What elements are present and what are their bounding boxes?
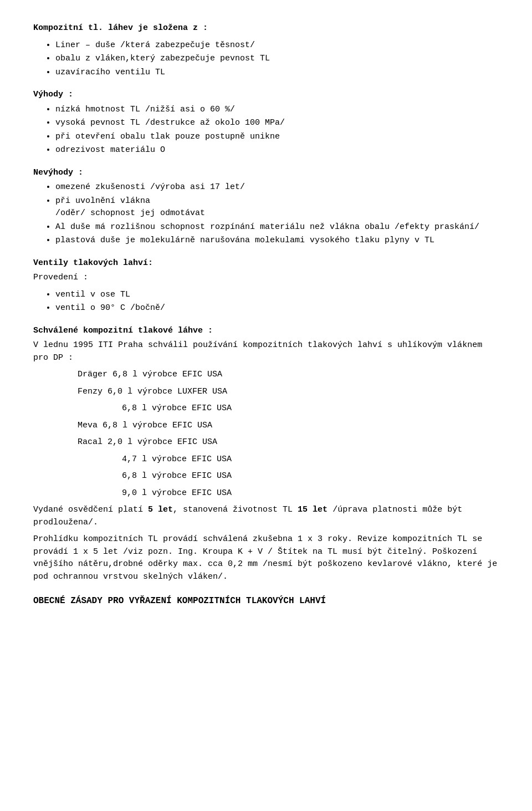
list-item: ventil v ose TL (55, 289, 499, 302)
list-item: Liner – duše /která zabezpečuje těsnost/ (55, 39, 499, 52)
list-item: omezené zkušenosti /výroba asi 17 let/ (55, 181, 499, 194)
list-item: plastová duše je molekulárně narušována … (55, 234, 499, 247)
list-item: při otevření obalu tlak pouze postupně u… (55, 131, 499, 144)
vyhody-heading: Výhody : (33, 89, 499, 101)
vydane-bold2: 15 let (298, 505, 328, 514)
schvalene-row-7: 9,0 l výrobce EFIC USA (122, 487, 499, 500)
list-item: odrezivost materiálu O (55, 144, 499, 157)
page-title: Kompozitní tl. láhev je složena z : (33, 22, 499, 35)
nevyhody-list: omezené zkušenosti /výroba asi 17 let/ p… (55, 181, 499, 247)
schvalene-heading: Schválené kompozitní tlakové láhve : (33, 325, 499, 338)
vyhody-list: nízká hmotnost TL /nižší asi o 60 %/ vys… (55, 104, 499, 157)
schvalene-row-6: 6,8 l výrobce EFIC USA (122, 470, 499, 483)
provedeni-list: ventil v ose TL ventil o 90° C /bočně/ (55, 289, 499, 315)
provedeni-heading: Provedení : (33, 272, 499, 284)
vydane-paragraph: Vydané osvědčení platí 5 let, stanovená … (33, 504, 499, 529)
schvalene-row-1: Fenzy 6,0 l výrobce LUXFER USA (78, 386, 499, 399)
schvalene-intro: V lednu 1995 ITI Praha schválil používán… (33, 339, 499, 364)
list-item: uzavíracího ventilu TL (55, 67, 499, 79)
schvalene-row-3: Meva 6,8 l výrobce EFIC USA (78, 420, 499, 432)
page-content: Kompozitní tl. láhev je složena z : Line… (33, 22, 499, 608)
bottom-heading: OBECNÉ ZÁSADY PRO VYŘAZENÍ KOMPOZITNÍCH … (33, 594, 499, 608)
vydane-text2: , stanovená životnost TL (173, 505, 298, 514)
list-item: obalu z vláken,který zabezpečuje pevnost… (55, 53, 499, 65)
list-item: vysoká pevnost TL /destrukce až okolo 10… (55, 117, 499, 130)
list-item: při uvolnění vlákna/oděr/ schopnost jej … (55, 195, 499, 220)
schvalene-row-4: Racal 2,0 l výrobce EFIC USA (78, 436, 499, 449)
schvalene-row-2: 6,8 l výrobce EFIC USA (122, 402, 499, 415)
schvalene-row-5: 4,7 l výrobce EFIC USA (122, 453, 499, 466)
nevyhody-heading: Nevýhody : (33, 167, 499, 180)
list-item: Al duše má rozlišnou schopnost rozpínání… (55, 221, 499, 234)
list-item: nízká hmotnost TL /nižší asi o 60 %/ (55, 104, 499, 116)
ventily-heading: Ventily tlakových lahví: (33, 257, 499, 270)
schvalene-row-0: Dräger 6,8 l výrobce EFIC USA (78, 369, 499, 381)
prohlidka-paragraph: Prohlídku kompozitních TL provádí schvál… (33, 533, 499, 583)
vydane-text1: Vydané osvědčení platí (33, 505, 148, 514)
list-item: ventil o 90° C /bočně/ (55, 302, 499, 315)
liner-list: Liner – duše /která zabezpečuje těsnost/… (55, 39, 499, 79)
vydane-bold1: 5 let (148, 505, 173, 514)
